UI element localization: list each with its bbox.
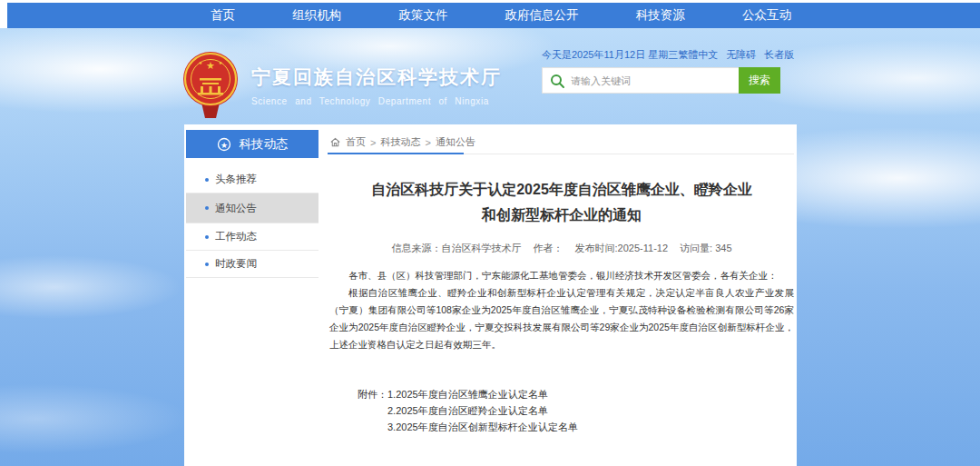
nav-item-gov-info-disclosure[interactable]: 政府信息公开 [505,7,579,24]
search-input-wrap [543,68,739,93]
bullet-dot [205,206,209,210]
sidebar-title: 科技动态 [240,136,289,153]
attachments-section: 附件： 1.2025年度自治区雏鹰企业认定名单 2.2025年度自治区瞪羚企业认… [358,386,794,435]
tech-news-icon: ★ [217,137,231,152]
bullet-dot [205,235,209,239]
article-body: 各市、县（区）科技管理部门，宁东能源化工基地管委会，银川经济技术开发区管委会，各… [329,267,794,353]
svg-text:★: ★ [199,60,203,65]
link-accessibility[interactable]: 无障碍 [726,48,756,62]
search-input[interactable] [543,68,739,93]
link-elderly-version[interactable]: 长者版 [764,48,794,62]
sidebar-item-current-politics[interactable]: 时政要闻 [186,251,318,278]
article-title-line2: 和创新型标杆企业的通知 [482,207,642,223]
sidebar-item-notices[interactable]: 通知公告 [186,193,318,223]
search-bar: 搜索 [542,67,780,94]
search-icon [550,74,565,89]
national-emblem-icon: ★ ★ ★ [181,50,240,119]
home-icon [329,136,341,148]
breadcrumb: 首页 > 科技动态 > 通知公告 [329,131,794,154]
svg-text:★: ★ [220,140,227,149]
meta-visit-count: 访问量: 345 [680,243,731,253]
meta-source: 信息来源：自治区科学技术厅 [391,243,521,253]
svg-text:★: ★ [219,60,223,65]
site-titles: 宁夏回族自治区科学技术厅 Science and Technology Depa… [251,64,502,106]
bullet-dot [205,178,209,182]
article-title: 自治区科技厅关于认定2025年度自治区雏鹰企业、瞪羚企业 和创新型标杆企业的通知 [329,177,794,228]
search-button[interactable]: 搜索 [739,67,780,94]
nav-item-home[interactable]: 首页 [211,7,235,24]
sidebar-header: ★ 科技动态 [186,130,318,158]
current-date-text: 今天是2025年11月12日 星期三 [542,48,678,62]
breadcrumb-tech-news[interactable]: 科技动态 [380,135,420,149]
breadcrumb-notices[interactable]: 通知公告 [436,135,475,149]
article-paragraph: 各市、县（区）科技管理部门，宁东能源化工基地管委会，银川经济技术开发区管委会，各… [329,267,794,284]
attachments-label: 附件： [358,386,387,435]
breadcrumb-separator: > [425,137,430,148]
sidebar-menu: 头条推荐 通知公告 工作动态 时政要闻 [186,166,318,278]
attachment-link-eagle-list[interactable]: 1.2025年度自治区雏鹰企业认定名单 [387,386,578,402]
site-title: 宁夏回族自治区科学技术厅 [251,64,502,90]
svg-text:★: ★ [206,60,215,71]
sidebar-item-label: 通知公告 [215,202,257,215]
breadcrumb-home[interactable]: 首页 [346,135,366,149]
nav-item-organization[interactable]: 组织机构 [292,7,341,24]
attachment-link-gazelle-list[interactable]: 2.2025年度自治区瞪羚企业认定名单 [387,402,578,419]
meta-publish-date: 发布时间:2025-11-12 [575,243,669,253]
sidebar-item-label: 时政要闻 [215,257,257,271]
header-utility-bar: 今天是2025年11月12日 星期三 繁體中文 无障碍 长者版 [542,48,794,62]
meta-author: 作者： [533,243,563,253]
article-paragraph: 根据自治区雏鹰企业、瞪羚企业和创新型标杆企业认定管理有关规定，决定认定半亩良人农… [329,284,794,353]
sidebar-item-work-updates[interactable]: 工作动态 [186,223,318,251]
site-subtitle-en: Science and Technology Department of Nin… [251,96,502,106]
main-content: 首页 > 科技动态 > 通知公告 自治区科技厅关于认定2025年度自治区雏鹰企业… [329,131,794,435]
breadcrumb-active-underline [328,153,464,154]
link-traditional-chinese[interactable]: 繁體中文 [678,48,718,62]
nav-item-tech-resources[interactable]: 科技资源 [636,7,685,24]
sidebar-item-headlines[interactable]: 头条推荐 [186,166,318,193]
breadcrumb-separator: > [370,137,376,148]
sidebar-item-label: 工作动态 [215,230,257,243]
attachment-link-benchmark-list[interactable]: 3.2025年度自治区创新型标杆企业认定名单 [387,419,578,435]
article-meta: 信息来源：自治区科学技术厅 作者： 发布时间:2025-11-12 访问量: 3… [329,242,794,255]
content-wrapper: ★ 科技动态 头条推荐 通知公告 工作动态 时政要闻 [184,124,797,466]
attachments-list: 1.2025年度自治区雏鹰企业认定名单 2.2025年度自治区瞪羚企业认定名单 … [387,386,578,435]
nav-item-public-interaction[interactable]: 公众互动 [742,7,791,24]
quick-links: 繁體中文 无障碍 长者版 [678,48,794,62]
article-title-line1: 自治区科技厅关于认定2025年度自治区雏鹰企业、瞪羚企业 [371,182,752,197]
sidebar-item-label: 头条推荐 [215,173,257,186]
bullet-dot [205,263,209,266]
sidebar: ★ 科技动态 头条推荐 通知公告 工作动态 时政要闻 [186,130,318,278]
nav-item-policy-documents[interactable]: 政策文件 [398,7,447,24]
site-logo[interactable]: ★ ★ ★ [181,50,240,119]
top-navigation: 首页 组织机构 政策文件 政府信息公开 科技资源 公众互动 [7,3,980,28]
